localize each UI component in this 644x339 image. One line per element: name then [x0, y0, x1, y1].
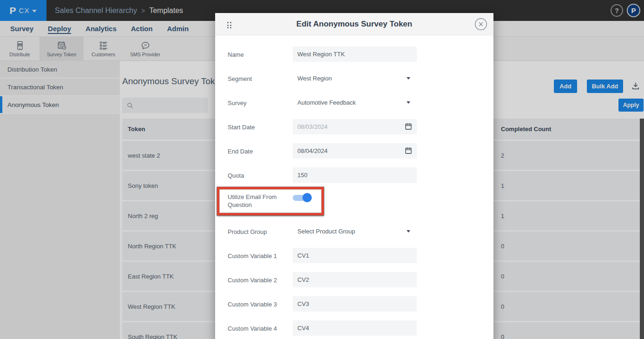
- field-value: 150: [297, 172, 308, 179]
- calendar-icon[interactable]: [404, 146, 413, 155]
- chevron-down-icon: [407, 230, 410, 233]
- chevron-down-icon: [407, 77, 410, 80]
- field-value: West Region TTK: [297, 51, 345, 58]
- toggle-knob: [302, 193, 312, 202]
- field-quota: Quota150: [228, 167, 493, 183]
- field-start-date: Start Date08/03/2024: [228, 119, 493, 134]
- calendar-icon[interactable]: [404, 122, 413, 131]
- selected-value: Select Product Group: [297, 228, 355, 235]
- close-icon[interactable]: [474, 18, 487, 31]
- app-screen: P CX Sales Channel Hierarchy > Templates…: [0, 0, 644, 339]
- field-value: CV2: [297, 276, 309, 283]
- field-value: CV4: [297, 325, 309, 332]
- edit-token-modal: Edit Anonymous Survey Token NameWest Reg…: [215, 13, 493, 339]
- field-label: Custom Variable 3: [228, 296, 293, 308]
- field-value: 08/04/2024: [297, 147, 328, 154]
- quota-input[interactable]: 150: [293, 167, 417, 183]
- field-value: CV1: [297, 252, 309, 259]
- segment-dropdown[interactable]: West Region: [293, 71, 417, 86]
- field-utilize-email-from-question: Utilize Email From Question: [228, 192, 493, 215]
- field-label: Utilize Email From Question: [228, 192, 293, 209]
- start-date-input[interactable]: 08/03/2024: [293, 119, 417, 134]
- name-input[interactable]: West Region TTK: [293, 47, 417, 62]
- custom-variable-3-input[interactable]: CV3: [293, 296, 417, 312]
- field-label: Quota: [228, 167, 293, 179]
- selected-value: Automotive Feedback: [297, 99, 356, 106]
- field-label: Custom Variable 1: [228, 248, 293, 260]
- custom-variable-1-input[interactable]: CV1: [293, 248, 417, 263]
- field-label: Name: [228, 47, 293, 59]
- field-value: 08/03/2024: [297, 123, 328, 130]
- field-custom-variable-3: Custom Variable 3CV3: [228, 296, 493, 312]
- survey-dropdown[interactable]: Automotive Feedback: [293, 95, 417, 110]
- modal-body: NameWest Region TTKSegmentWest RegionSur…: [215, 35, 493, 336]
- field-label: Segment: [228, 71, 293, 83]
- field-segment: SegmentWest Region: [228, 71, 493, 86]
- field-label: Start Date: [228, 119, 293, 131]
- field-custom-variable-1: Custom Variable 1CV1: [228, 248, 493, 263]
- custom-variable-4-input[interactable]: CV4: [293, 320, 417, 336]
- chevron-down-icon: [407, 101, 410, 104]
- field-label: Custom Variable 2: [228, 272, 293, 284]
- field-name: NameWest Region TTK: [228, 47, 493, 62]
- modal-title: Edit Anonymous Survey Token: [215, 13, 493, 35]
- drag-handle-icon[interactable]: [226, 20, 233, 30]
- field-product-group: Product GroupSelect Product Group: [228, 224, 493, 239]
- field-label: End Date: [228, 143, 293, 155]
- end-date-input[interactable]: 08/04/2024: [293, 143, 417, 159]
- modal-header: Edit Anonymous Survey Token: [215, 13, 493, 35]
- field-custom-variable-2: Custom Variable 2CV2: [228, 272, 493, 287]
- product-group-dropdown[interactable]: Select Product Group: [293, 224, 417, 239]
- field-label: Product Group: [228, 224, 293, 236]
- field-custom-variable-4: Custom Variable 4CV4: [228, 320, 493, 336]
- custom-variable-2-input[interactable]: CV2: [293, 272, 417, 287]
- field-survey: SurveyAutomotive Feedback: [228, 95, 493, 110]
- selected-value: West Region: [297, 75, 332, 82]
- field-label: Custom Variable 4: [228, 320, 293, 332]
- field-label: Survey: [228, 95, 293, 107]
- field-value: CV3: [297, 300, 309, 307]
- utilize-email-from-question-toggle[interactable]: [293, 193, 311, 202]
- field-end-date: End Date08/04/2024: [228, 143, 493, 159]
